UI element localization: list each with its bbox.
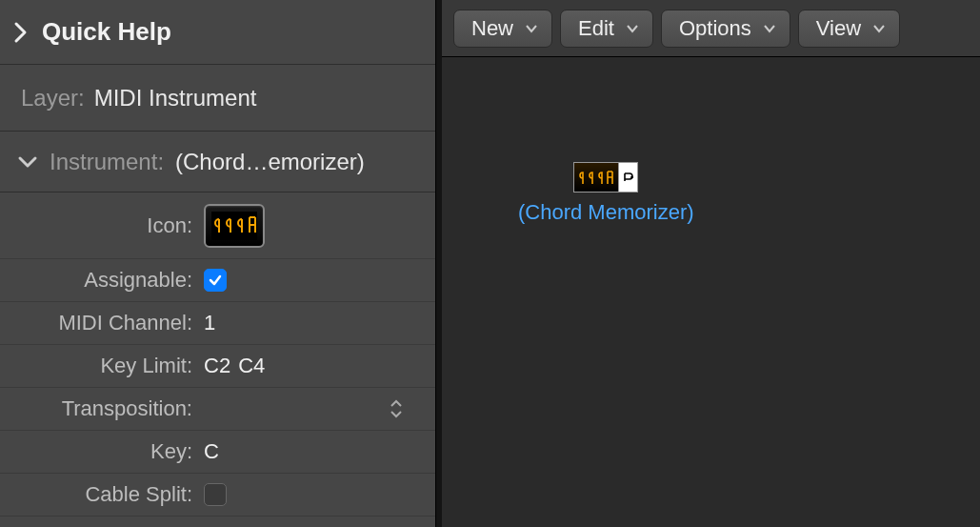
output-port-icon (623, 172, 634, 183)
stepper-down-icon (390, 410, 403, 418)
chevron-down-icon (525, 24, 538, 33)
cable-split-checkbox[interactable] (204, 483, 227, 506)
prop-key-label: Key: (0, 439, 198, 464)
prop-key-limit-row: Key Limit: C2 C4 (0, 345, 435, 388)
view-menu-label: View (816, 16, 861, 41)
view-menu-button[interactable]: View (798, 10, 900, 48)
options-menu-label: Options (679, 16, 751, 41)
key-value[interactable]: C (204, 439, 219, 464)
transposition-stepper[interactable] (390, 399, 403, 418)
chevron-down-icon (17, 154, 38, 170)
prop-midi-channel-row: MIDI Channel: 1 (0, 302, 435, 345)
stepper-up-icon (390, 399, 403, 408)
prop-cable-split-label: Cable Split: (0, 482, 198, 507)
new-menu-label: New (471, 16, 513, 41)
layer-value: MIDI Instrument (94, 85, 257, 111)
assignable-checkbox[interactable] (204, 269, 227, 292)
chord-memorizer-icon (211, 212, 257, 240)
environment-canvas[interactable]: New Edit Options View (442, 0, 980, 527)
property-list: Icon: Assignable: (0, 193, 435, 517)
instrument-label: Instrument: (50, 149, 164, 175)
midi-channel-value[interactable]: 1 (204, 311, 215, 335)
instrument-row[interactable]: Instrument: (Chord…emorizer) (0, 132, 435, 193)
prop-assignable-row: Assignable: (0, 259, 435, 302)
prop-transposition-row: Transposition: (0, 388, 435, 431)
chevron-right-icon (13, 21, 29, 44)
options-menu-button[interactable]: Options (661, 10, 790, 48)
prop-midi-channel-label: MIDI Channel: (0, 311, 198, 335)
prop-key-limit-label: Key Limit: (0, 354, 198, 378)
new-menu-button[interactable]: New (453, 10, 552, 48)
prop-assignable-label: Assignable: (0, 268, 198, 293)
key-limit-high[interactable]: C4 (238, 354, 265, 378)
layer-label: Layer: (21, 85, 85, 111)
prop-icon-row: Icon: (0, 193, 435, 259)
instrument-value: (Chord…emorizer) (175, 149, 365, 175)
prop-transposition-label: Transposition: (0, 396, 198, 421)
key-limit-low[interactable]: C2 (204, 354, 230, 378)
inspector-sidebar: Quick Help Layer: MIDI Instrument Instru… (0, 0, 436, 527)
layer-row[interactable]: Layer: MIDI Instrument (0, 65, 435, 132)
chevron-down-icon (763, 24, 776, 33)
edit-menu-button[interactable]: Edit (560, 10, 653, 48)
chevron-down-icon (626, 24, 639, 33)
prop-key-row: Key: C (0, 431, 435, 474)
object-icon (573, 162, 638, 193)
quick-help-header[interactable]: Quick Help (0, 0, 435, 65)
chord-memorizer-icon (577, 167, 615, 188)
quick-help-title: Quick Help (42, 17, 171, 47)
chord-memorizer-object[interactable]: (Chord Memorizer) (518, 162, 694, 225)
object-label[interactable]: (Chord Memorizer) (518, 200, 694, 225)
icon-well[interactable] (204, 204, 265, 248)
edit-menu-label: Edit (578, 16, 614, 41)
prop-cable-split-row: Cable Split: (0, 474, 435, 517)
canvas-toolbar: New Edit Options View (442, 0, 980, 57)
chevron-down-icon (872, 24, 886, 33)
prop-icon-label: Icon: (0, 213, 198, 238)
